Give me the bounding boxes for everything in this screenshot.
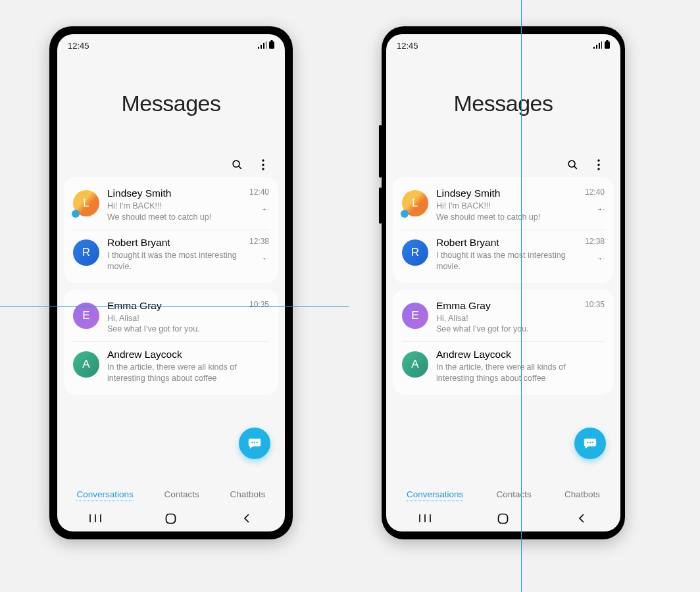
svg-line-3 [238, 166, 241, 168]
message-time: 10:35 [585, 300, 605, 309]
conversation-item[interactable]: A Andrew Laycock In the article, there w… [402, 342, 605, 391]
message-time: 12:38 [249, 237, 269, 246]
svg-point-22 [589, 441, 591, 443]
pin-icon [262, 203, 269, 215]
message-time: 12:38 [585, 237, 605, 246]
message-preview: In the article, there were all kinds of … [436, 362, 605, 384]
tab-contacts[interactable]: Contacts [496, 488, 531, 501]
svg-point-2 [233, 160, 239, 167]
avatar: R [73, 239, 99, 266]
back-button[interactable] [238, 509, 256, 528]
svg-point-9 [256, 441, 257, 443]
conversation-item[interactable]: E Emma Gray Hi, Alisa! See what I've got… [402, 293, 605, 343]
svg-point-16 [568, 160, 575, 167]
status-bar: 12:45 [386, 34, 620, 54]
bottom-tabs: Conversations Contacts Chatbots [386, 481, 620, 505]
status-bar: 12:45 [57, 34, 285, 54]
conversation-item[interactable]: L Lindsey Smith Hi! I'm BACK!!! We shoul… [402, 181, 605, 230]
svg-point-18 [597, 159, 599, 161]
contact-name: Andrew Laycock [436, 349, 605, 360]
signal-icon [593, 41, 602, 51]
status-time: 12:45 [397, 41, 418, 51]
message-time: 10:35 [249, 300, 269, 309]
contact-name: Emma Gray [436, 300, 580, 312]
status-time: 12:45 [68, 41, 89, 51]
message-preview: I thought it was the most interesting mo… [107, 250, 244, 272]
search-icon[interactable] [566, 159, 578, 170]
tab-chatbots[interactable]: Chatbots [564, 488, 600, 501]
more-icon[interactable] [257, 159, 269, 170]
avatar: L [73, 190, 99, 216]
toolbar [386, 159, 620, 177]
battery-icon [269, 40, 274, 51]
battery-icon [605, 40, 610, 51]
pin-icon [597, 253, 605, 264]
screen: 12:45 Messages L Lindsey Smith [57, 34, 285, 531]
pin-icon [597, 203, 605, 215]
back-button[interactable] [572, 509, 591, 528]
conversation-card: L Lindsey Smith Hi! I'm BACK!!! We shoul… [393, 177, 614, 283]
conversation-item[interactable]: A Andrew Laycock In the article, there w… [73, 342, 269, 391]
screen: 12:45 Messages L Lindsey Smith [386, 34, 620, 531]
message-preview: In the article, there were all kinds of … [107, 362, 269, 384]
recents-button[interactable] [416, 509, 434, 528]
message-time: 12:40 [249, 187, 269, 197]
message-preview: I thought it was the most interesting mo… [436, 250, 580, 272]
bottom-tabs: Conversations Contacts Chatbots [57, 481, 285, 505]
message-preview: Hi! I'm BACK!!! We should meet to catch … [436, 201, 580, 223]
toolbar [57, 159, 285, 177]
svg-point-19 [597, 163, 599, 165]
contact-name: Robert Bryant [436, 237, 580, 249]
page-title: Messages [386, 91, 620, 116]
conversation-item[interactable]: E Emma Gray Hi, Alisa! See what I've got… [73, 293, 269, 343]
tab-conversations[interactable]: Conversations [407, 488, 463, 501]
svg-point-8 [254, 441, 255, 443]
signal-icon [258, 41, 266, 51]
svg-point-23 [591, 441, 593, 443]
svg-point-5 [262, 163, 264, 165]
svg-line-17 [574, 166, 576, 168]
nav-bar [386, 505, 620, 531]
conversation-item[interactable]: R Robert Bryant I thought it was the mos… [73, 230, 269, 279]
message-preview: Hi, Alisa! See what I've got for you. [436, 313, 580, 335]
conversation-item[interactable]: R Robert Bryant I thought it was the mos… [402, 230, 605, 279]
avatar: A [73, 351, 99, 378]
home-button[interactable] [162, 509, 180, 528]
message-time: 12:40 [585, 187, 605, 197]
phone-mockup-right: 12:45 Messages L Lindsey Smith [382, 26, 625, 539]
guide-line-vertical [521, 0, 522, 592]
tab-contacts[interactable]: Contacts [164, 488, 199, 501]
conversation-item[interactable]: L Lindsey Smith Hi! I'm BACK!!! We shoul… [73, 181, 269, 230]
contact-name: Lindsey Smith [436, 187, 580, 199]
home-button[interactable] [494, 509, 512, 528]
conversation-card: E Emma Gray Hi, Alisa! See what I've got… [64, 289, 278, 395]
svg-point-6 [262, 168, 264, 170]
avatar: A [402, 351, 428, 378]
search-icon[interactable] [231, 159, 243, 170]
message-preview: Hi! I'm BACK!!! We should meet to catch … [107, 201, 244, 223]
contact-name: Lindsey Smith [107, 187, 244, 199]
tab-chatbots[interactable]: Chatbots [230, 488, 266, 501]
contact-name: Andrew Laycock [107, 349, 269, 360]
svg-point-20 [597, 168, 599, 170]
status-icons [593, 40, 610, 51]
pin-icon [262, 253, 269, 264]
compose-fab[interactable] [239, 428, 270, 459]
more-icon[interactable] [593, 159, 605, 170]
svg-point-7 [251, 441, 253, 443]
avatar: R [402, 239, 428, 266]
tab-conversations[interactable]: Conversations [76, 488, 133, 501]
svg-point-4 [262, 159, 264, 161]
svg-rect-1 [271, 40, 273, 41]
status-icons [258, 40, 274, 51]
avatar: E [402, 303, 428, 329]
recents-button[interactable] [86, 509, 105, 528]
svg-rect-0 [269, 41, 274, 49]
avatar: L [402, 190, 428, 216]
svg-point-21 [587, 441, 588, 443]
compose-fab[interactable] [574, 428, 606, 459]
svg-rect-14 [605, 41, 610, 49]
nav-bar [57, 505, 285, 531]
phone-mockup-left: 12:45 Messages L Lindsey Smith [49, 26, 293, 539]
page-title: Messages [57, 91, 285, 116]
